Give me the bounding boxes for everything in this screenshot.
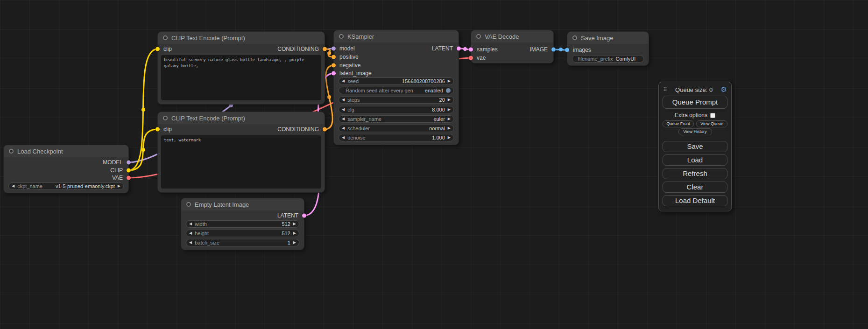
widget-label: steps: [347, 97, 360, 103]
decrement-arrow-icon[interactable]: ◀: [342, 98, 345, 102]
node-title: VAE Decode: [485, 33, 519, 40]
node-title-bar[interactable]: Empty Latent Image: [181, 198, 304, 210]
input-slot-negative: negative: [334, 62, 459, 69]
widget-seed[interactable]: ◀ seed 156680208700286 ▶: [339, 77, 454, 85]
settings-gear-icon[interactable]: ⚙: [721, 85, 727, 94]
input-dot-vae[interactable]: [469, 56, 473, 60]
node-graph-canvas[interactable]: Load Checkpoint MODEL CLIP VAE ◀ ckpt_na…: [0, 0, 868, 329]
prompt-textarea[interactable]: beautiful scenery nature glass bottle la…: [161, 55, 321, 100]
collapse-toggle-icon[interactable]: [163, 116, 168, 120]
clear-button[interactable]: Clear: [663, 182, 727, 193]
view-history-button[interactable]: View History: [678, 128, 712, 135]
increment-arrow-icon[interactable]: ▶: [448, 117, 451, 121]
decrement-arrow-icon[interactable]: ◀: [342, 117, 345, 121]
drag-handle-icon[interactable]: ⠿: [663, 86, 667, 93]
toggle-knob[interactable]: [446, 88, 451, 93]
node-title-bar[interactable]: Save Image: [567, 32, 649, 44]
refresh-button[interactable]: Refresh: [663, 168, 727, 179]
view-queue-button[interactable]: View Queue: [696, 120, 727, 127]
increment-arrow-icon[interactable]: ▶: [448, 136, 451, 140]
input-slot-vae: vae: [471, 54, 553, 62]
widget-filename-prefix[interactable]: filename_prefix ComfyUI: [572, 55, 644, 63]
increment-arrow-icon[interactable]: ▶: [448, 98, 451, 102]
prompt-textarea[interactable]: text, watermark: [161, 135, 321, 189]
input-dot-clip[interactable]: [155, 47, 160, 51]
input-dot-negative[interactable]: [332, 63, 336, 68]
widget-label: width: [195, 221, 207, 227]
widget-height[interactable]: ◀ height 512 ▶: [186, 230, 299, 237]
widget-cfg[interactable]: ◀ cfg 8.000 ▶: [339, 106, 454, 113]
widget-batch-size[interactable]: ◀ batch_size 1 ▶: [186, 239, 299, 246]
output-dot-latent[interactable]: [302, 214, 306, 218]
output-dot-conditioning[interactable]: [323, 47, 327, 51]
node-save-image[interactable]: Save Image images filename_prefix ComfyU…: [567, 32, 649, 65]
widget-width[interactable]: ◀ width 512 ▶: [186, 220, 299, 228]
node-empty-latent-image[interactable]: Empty Latent Image LATENT ◀ width 512 ▶ …: [181, 198, 304, 250]
load-button[interactable]: Load: [663, 154, 727, 166]
decrement-arrow-icon[interactable]: ◀: [189, 241, 192, 245]
widget-ckpt-name[interactable]: ◀ ckpt_name v1-5-pruned-emaonly.ckpt ▶: [8, 182, 124, 190]
widget-sampler-name[interactable]: ◀ sampler_name euler ▶: [339, 115, 454, 123]
collapse-toggle-icon[interactable]: [163, 35, 168, 40]
collapse-toggle-icon[interactable]: [9, 149, 14, 154]
decrement-arrow-icon[interactable]: ◀: [12, 184, 14, 188]
node-title-bar[interactable]: KSampler: [334, 30, 459, 42]
increment-arrow-icon[interactable]: ▶: [448, 79, 451, 83]
input-dot-samples[interactable]: [469, 48, 473, 52]
widget-value: 512: [282, 221, 290, 227]
output-dot-clip[interactable]: [127, 168, 131, 173]
increment-arrow-icon[interactable]: ▶: [448, 126, 451, 130]
widget-scheduler[interactable]: ◀ scheduler normal ▶: [339, 125, 454, 132]
queue-prompt-button[interactable]: Queue Prompt: [663, 96, 727, 109]
input-dot-images[interactable]: [565, 48, 569, 52]
input-dot-model[interactable]: [332, 47, 336, 51]
queue-front-button[interactable]: Queue Front: [663, 120, 694, 127]
increment-arrow-icon[interactable]: ▶: [293, 231, 296, 235]
save-button[interactable]: Save: [663, 141, 727, 152]
output-slot-clip: CLIP: [4, 167, 128, 174]
decrement-arrow-icon[interactable]: ◀: [189, 231, 192, 235]
collapse-toggle-icon[interactable]: [476, 34, 481, 39]
increment-arrow-icon[interactable]: ▶: [118, 184, 120, 188]
decrement-arrow-icon[interactable]: ◀: [342, 79, 345, 83]
extra-options-checkbox[interactable]: [710, 113, 715, 118]
output-dot-model[interactable]: [127, 161, 131, 165]
widget-value: 156680208700286: [402, 78, 445, 84]
collapse-toggle-icon[interactable]: [339, 34, 344, 39]
output-dot-latent[interactable]: [457, 47, 461, 51]
decrement-arrow-icon[interactable]: ◀: [189, 222, 192, 226]
output-dot-image[interactable]: [551, 48, 556, 52]
input-dot-clip[interactable]: [155, 127, 160, 132]
output-slot-model: MODEL: [4, 159, 128, 166]
collapse-toggle-icon[interactable]: [186, 202, 191, 207]
decrement-arrow-icon[interactable]: ◀: [342, 126, 345, 130]
widget-steps[interactable]: ◀ steps 20 ▶: [339, 96, 454, 104]
increment-arrow-icon[interactable]: ▶: [293, 241, 296, 245]
history-row: View History: [663, 128, 727, 135]
widget-random-seed-toggle[interactable]: Random seed after every gen enabled: [339, 87, 454, 94]
node-clip-text-encode-negative[interactable]: CLIP Text Encode (Prompt) clip CONDITION…: [158, 112, 325, 192]
node-load-checkpoint[interactable]: Load Checkpoint MODEL CLIP VAE ◀ ckpt_na…: [4, 145, 128, 193]
node-title-bar[interactable]: CLIP Text Encode (Prompt): [158, 112, 325, 124]
decrement-arrow-icon[interactable]: ◀: [342, 136, 345, 140]
increment-arrow-icon[interactable]: ▶: [293, 222, 296, 226]
extra-options-row: Extra options: [663, 112, 727, 119]
decrement-arrow-icon[interactable]: ◀: [342, 108, 345, 112]
increment-arrow-icon[interactable]: ▶: [448, 108, 451, 112]
node-title-bar[interactable]: VAE Decode: [471, 30, 553, 42]
widget-value: 20: [439, 97, 445, 103]
input-dot-latent-image[interactable]: [332, 71, 336, 76]
node-vae-decode[interactable]: VAE Decode samples IMAGE vae: [471, 30, 553, 63]
widget-denoise[interactable]: ◀ denoise 1.000 ▶: [339, 134, 454, 141]
slot-row: samples IMAGE: [471, 46, 553, 53]
node-title: Empty Latent Image: [195, 201, 249, 208]
output-dot-vae[interactable]: [127, 176, 131, 180]
node-ksampler[interactable]: KSampler model LATENT positive negative …: [334, 30, 459, 145]
input-dot-positive[interactable]: [332, 55, 336, 59]
collapse-toggle-icon[interactable]: [572, 35, 577, 40]
node-clip-text-encode-positive[interactable]: CLIP Text Encode (Prompt) clip CONDITION…: [158, 32, 325, 104]
node-title-bar[interactable]: CLIP Text Encode (Prompt): [158, 32, 325, 44]
output-dot-conditioning[interactable]: [323, 127, 327, 132]
node-title-bar[interactable]: Load Checkpoint: [4, 145, 128, 157]
load-default-button[interactable]: Load Default: [663, 195, 727, 206]
